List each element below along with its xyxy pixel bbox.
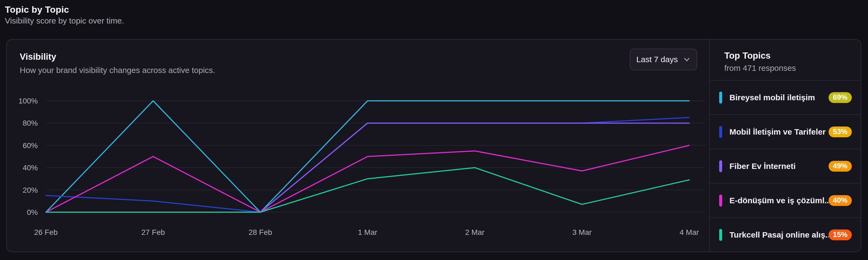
x-axis-tick: 26 Feb: [34, 228, 58, 236]
topic-score-badge: 15%: [829, 229, 852, 240]
x-axis-tick: 4 Mar: [680, 228, 699, 236]
topic-score-badge: 40%: [829, 195, 852, 206]
chart-title: Visibility: [20, 52, 56, 62]
x-axis-tick: 2 Mar: [465, 228, 485, 236]
topic-label: Mobil İletişim ve Tarifeler: [730, 127, 829, 137]
x-axis-tick: 27 Feb: [141, 228, 165, 236]
topic-label: Bireysel mobil iletişim: [730, 93, 829, 102]
topic-row[interactable]: Fiber Ev İnterneti 49%: [710, 149, 861, 183]
top-topics-header: Top Topics from 471 responses: [710, 40, 861, 80]
visibility-card: 0%20%40%60%80%100%26 Feb27 Feb28 Feb1 Ma…: [6, 39, 861, 252]
topic-accent-bar: [719, 92, 722, 104]
topic-score-badge: 69%: [829, 92, 852, 103]
topic-score-badge: 49%: [829, 161, 852, 172]
topic-label: Fiber Ev İnterneti: [730, 162, 829, 171]
topic-accent-bar: [719, 126, 722, 138]
y-axis-tick: 80%: [23, 119, 38, 127]
topic-row[interactable]: E-dönüşüm ve iş çözüml... 40%: [710, 183, 861, 217]
topic-accent-bar: [719, 160, 722, 172]
y-axis-tick: 60%: [23, 141, 38, 150]
x-axis-tick: 3 Mar: [572, 228, 592, 236]
chevron-down-icon: [683, 55, 691, 63]
page-subtitle: Visibility score by topic over time.: [5, 16, 124, 25]
series-line-1: [46, 118, 689, 212]
x-axis-tick: 1 Mar: [358, 228, 377, 236]
y-axis-tick: 20%: [23, 186, 38, 194]
topic-row[interactable]: Turkcell Pasaj online alış... 15%: [710, 217, 861, 252]
topic-row[interactable]: Bireysel mobil iletişim 69%: [710, 80, 861, 114]
topic-score-badge: 53%: [829, 126, 852, 137]
topic-label: E-dönüşüm ve iş çözüml...: [730, 196, 829, 205]
top-topics-panel: Top Topics from 471 responses Bireysel m…: [710, 40, 861, 252]
y-axis-tick: 40%: [23, 164, 38, 172]
top-topics-title: Top Topics: [724, 51, 861, 61]
page-title: Topic by Topic: [5, 4, 69, 15]
topic-accent-bar: [719, 195, 722, 206]
date-range-dropdown[interactable]: Last 7 days: [630, 49, 697, 70]
top-topics-subtitle: from 471 responses: [724, 63, 861, 73]
series-line-2: [46, 123, 689, 212]
date-range-label: Last 7 days: [636, 55, 678, 64]
x-axis-tick: 28 Feb: [248, 228, 272, 236]
topic-accent-bar: [719, 229, 722, 241]
y-axis-tick: 0%: [27, 208, 38, 216]
series-line-0: [46, 101, 689, 212]
topic-label: Turkcell Pasaj online alış...: [730, 230, 829, 239]
y-axis-tick: 100%: [19, 97, 38, 105]
series-line-4: [46, 168, 689, 212]
series-line-3: [46, 145, 689, 212]
topic-row[interactable]: Mobil İletişim ve Tarifeler 53%: [710, 114, 861, 149]
chart-subtitle: How your brand visibility changes across…: [20, 66, 215, 75]
